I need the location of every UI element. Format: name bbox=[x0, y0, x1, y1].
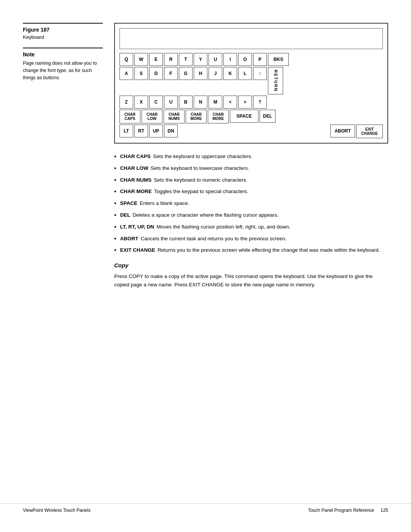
term-char-more: CHAR MORE bbox=[120, 189, 152, 194]
term-abort: ABORT bbox=[120, 236, 139, 241]
bullet-dot: • bbox=[114, 223, 116, 231]
key-U[interactable]: U bbox=[209, 53, 222, 66]
desc-char-caps: Sets the keyboard to uppercase character… bbox=[153, 153, 252, 159]
note-label: Note bbox=[23, 51, 103, 58]
term-space: SPACE bbox=[120, 200, 138, 206]
bullet-del: • DELDeletes a space or character where … bbox=[114, 211, 388, 219]
key-EXIT-CHANGE[interactable]: EXITCHANGE bbox=[356, 125, 383, 138]
key-A[interactable]: A bbox=[119, 67, 133, 80]
key-LT[interactable]: LT bbox=[119, 125, 133, 137]
key-H[interactable]: H bbox=[194, 67, 207, 80]
key-F[interactable]: F bbox=[164, 67, 178, 80]
bullet-dot: • bbox=[114, 153, 116, 161]
key-B[interactable]: B bbox=[179, 96, 193, 109]
desc-abort: Cancels the current task and returns you… bbox=[141, 236, 287, 241]
keyboard-display-area bbox=[119, 28, 383, 49]
page: Figure 187 Keyboard Note Page naming doe… bbox=[0, 0, 411, 532]
key-question[interactable]: ? bbox=[253, 96, 267, 109]
key-G[interactable]: G bbox=[179, 67, 193, 80]
key-Z[interactable]: Z bbox=[119, 96, 133, 109]
bullet-space: • SPACEEnters a blank space. bbox=[114, 200, 388, 208]
bullet-char-caps: • CHAR CAPSSets the keyboard to uppercas… bbox=[114, 153, 388, 161]
key-P[interactable]: P bbox=[253, 53, 267, 66]
key-O[interactable]: O bbox=[238, 53, 252, 66]
key-CHAR-CAPS[interactable]: CHARCAPS bbox=[119, 110, 140, 123]
desc-exit-change: Returns you to the previous screen while… bbox=[158, 247, 380, 253]
footer-left: ViewPoint Wireless Touch Panels bbox=[23, 508, 91, 513]
key-UP[interactable]: UP bbox=[149, 125, 163, 137]
copy-title: Copy bbox=[114, 262, 388, 268]
key-row-3: Z X C U B N M < > ? bbox=[119, 96, 383, 109]
key-K[interactable]: K bbox=[223, 67, 237, 80]
key-Y[interactable]: Y bbox=[194, 53, 207, 66]
keyboard-diagram: Q W E R T Y U I O P BKS A bbox=[114, 23, 388, 144]
desc-space: Enters a blank space. bbox=[140, 200, 189, 206]
key-W[interactable]: W bbox=[134, 53, 148, 66]
key-ABORT[interactable]: ABORT bbox=[330, 125, 355, 137]
copy-text: Press COPY to make a copy of the active … bbox=[114, 272, 388, 289]
key-S[interactable]: S bbox=[134, 67, 148, 80]
desc-char-low: Sets the keyboard to lowercase character… bbox=[151, 165, 249, 171]
key-R[interactable]: R bbox=[164, 53, 178, 66]
key-CHAR-NUMS[interactable]: CHARNUMS bbox=[164, 110, 185, 123]
key-C[interactable]: C bbox=[149, 96, 163, 109]
bullet-exit-change: • EXIT CHANGEReturns you to the previous… bbox=[114, 246, 388, 254]
desc-char-nums: Sets the keyboard to numeric characters. bbox=[154, 177, 247, 183]
key-L[interactable]: L bbox=[238, 67, 252, 80]
key-DN[interactable]: DN bbox=[164, 125, 178, 137]
key-CHAR-LOW[interactable]: CHARLOW bbox=[142, 110, 162, 123]
keyboard-rows: Q W E R T Y U I O P BKS A bbox=[119, 53, 383, 138]
key-CHAR-MORE2[interactable]: CHARMORE bbox=[208, 110, 229, 123]
key-row-4: CHARCAPS CHARLOW CHARNUMS CHARMORE CHARM… bbox=[119, 110, 383, 123]
key-X[interactable]: X bbox=[134, 96, 148, 109]
desc-lt-rt-up-dn: Moves the flashing cursor position left,… bbox=[156, 224, 290, 230]
key-Q[interactable]: Q bbox=[119, 53, 133, 66]
key-CHAR-MORE1[interactable]: CHARMORE bbox=[186, 110, 207, 123]
key-lt[interactable]: < bbox=[223, 96, 237, 109]
bullet-dot: • bbox=[114, 211, 116, 219]
term-char-caps: CHAR CAPS bbox=[120, 153, 151, 159]
copy-section: Copy Press COPY to make a copy of the ac… bbox=[114, 262, 388, 289]
note-text: Page naming does not allow you to change… bbox=[23, 60, 103, 81]
figure-desc: Keyboard bbox=[23, 34, 103, 40]
desc-del: Deletes a space or character where the f… bbox=[133, 212, 279, 218]
key-I[interactable]: I bbox=[223, 53, 237, 66]
term-lt-rt-up-dn: LT, RT, UP, DN bbox=[120, 224, 155, 230]
figure-label: Figure 187 bbox=[23, 27, 103, 33]
bullet-dot: • bbox=[114, 235, 116, 243]
key-BKS[interactable]: BKS bbox=[268, 53, 289, 66]
key-SPACE[interactable]: SPACE bbox=[230, 110, 258, 123]
bullet-dot: • bbox=[114, 165, 116, 173]
key-row-2: A S D F G H J K L : R​E​T​U​R​N bbox=[119, 67, 383, 94]
sidebar: Figure 187 Keyboard Note Page naming doe… bbox=[23, 23, 103, 289]
footer-right: Touch Panel Program Reference 125 bbox=[308, 508, 388, 513]
key-E[interactable]: E bbox=[149, 53, 163, 66]
feature-list: • CHAR CAPSSets the keyboard to uppercas… bbox=[114, 153, 388, 254]
bullet-char-nums: • CHAR NUMSSets the keyboard to numeric … bbox=[114, 176, 388, 184]
bullet-lt-rt-up-dn: • LT, RT, UP, DNMoves the flashing curso… bbox=[114, 223, 388, 231]
term-exit-change: EXIT CHANGE bbox=[120, 247, 155, 253]
bullet-dot: • bbox=[114, 176, 116, 184]
key-T[interactable]: T bbox=[179, 53, 193, 66]
term-char-low: CHAR LOW bbox=[120, 165, 148, 171]
key-U2[interactable]: U bbox=[164, 96, 178, 109]
key-J[interactable]: J bbox=[209, 67, 222, 80]
key-DEL[interactable]: DEL bbox=[260, 110, 276, 123]
note-block: Note Page naming does not allow you to c… bbox=[23, 48, 103, 81]
bullet-char-low: • CHAR LOWSets the keyboard to lowercase… bbox=[114, 165, 388, 173]
bullet-char-more: • CHAR MOREToggles the keypad to special… bbox=[114, 188, 388, 196]
key-D[interactable]: D bbox=[149, 67, 163, 80]
term-del: DEL bbox=[120, 212, 131, 218]
page-footer: ViewPoint Wireless Touch Panels Touch Pa… bbox=[0, 503, 411, 517]
bullet-dot: • bbox=[114, 200, 116, 208]
bullet-dot: • bbox=[114, 188, 116, 196]
figure-block: Figure 187 Keyboard bbox=[23, 23, 103, 40]
key-colon[interactable]: : bbox=[253, 67, 267, 80]
key-gt[interactable]: > bbox=[238, 96, 252, 109]
key-N[interactable]: N bbox=[194, 96, 207, 109]
key-row-5: LT RT UP DN ABORT EXITCHANGE bbox=[119, 125, 383, 138]
bullet-dot: • bbox=[114, 246, 116, 254]
key-RT[interactable]: RT bbox=[134, 125, 148, 137]
key-RETURN[interactable]: R​E​T​U​R​N bbox=[268, 67, 283, 94]
key-M[interactable]: M bbox=[209, 96, 222, 109]
